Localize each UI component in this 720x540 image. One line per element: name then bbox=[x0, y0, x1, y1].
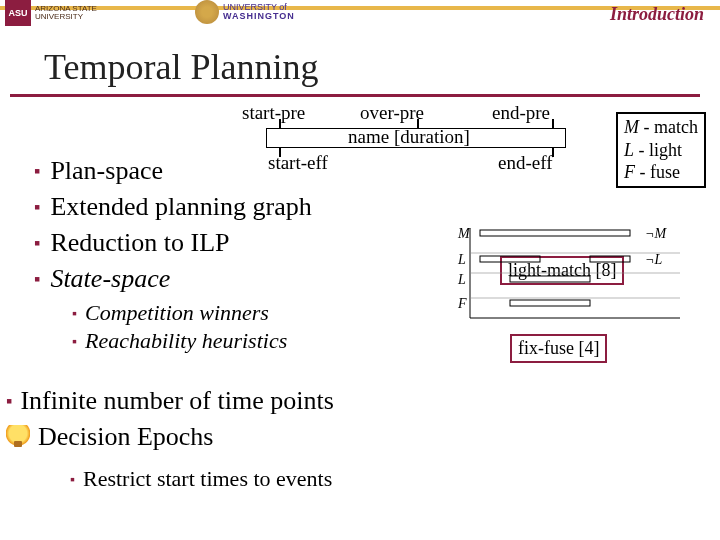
sub-restrict: Restrict start times to events bbox=[70, 466, 332, 492]
legend-f-text: - fuse bbox=[635, 162, 680, 182]
uw-text: UNIVERSITY of WASHINGTON bbox=[223, 3, 295, 21]
diagram-start-pre: start-pre bbox=[242, 102, 305, 124]
svg-rect-5 bbox=[480, 230, 630, 236]
sub-reachability: Reachability heuristics bbox=[72, 328, 312, 354]
asu-line2: UNIVERSITY bbox=[35, 12, 83, 21]
svg-rect-7 bbox=[590, 256, 630, 262]
plot-label-m: M bbox=[457, 226, 471, 241]
legend-l-text: - light bbox=[634, 140, 682, 160]
title-rule bbox=[10, 94, 700, 97]
svg-rect-8 bbox=[510, 276, 590, 282]
diagram-name: name [duration] bbox=[348, 126, 470, 148]
plot-label-notm: ¬M bbox=[645, 226, 667, 241]
header-bar: ASU ARIZONA STATE UNIVERSITY UNIVERSITY … bbox=[0, 0, 720, 36]
legend-l: L bbox=[624, 140, 634, 160]
uw-seal bbox=[195, 0, 219, 24]
logo-uw: UNIVERSITY of WASHINGTON bbox=[195, 0, 295, 24]
main-bullets: Plan-space Extended planning graph Reduc… bbox=[34, 156, 312, 356]
plot-label-f: F bbox=[457, 296, 467, 311]
bullet-extended-planning: Extended planning graph bbox=[34, 192, 312, 222]
plot-label-l: L bbox=[457, 252, 466, 267]
callout-fix-fuse: fix-fuse [4] bbox=[510, 334, 607, 363]
diagram-end-eff: end-eff bbox=[498, 152, 553, 174]
legend-box: M - match L - light F - fuse bbox=[616, 112, 706, 188]
sub-competition: Competition winners bbox=[72, 300, 312, 326]
diagram-over-pre: over-pre bbox=[360, 102, 424, 124]
lightbulb-icon bbox=[6, 425, 30, 449]
asu-badge: ASU bbox=[5, 0, 31, 26]
plot-label-notl: ¬L bbox=[645, 252, 662, 267]
bullet-infinite: ▪ Infinite number of time points bbox=[6, 386, 334, 416]
bullet-plan-space: Plan-space bbox=[34, 156, 312, 186]
lower-bullets: ▪ Infinite number of time points Decisio… bbox=[6, 386, 334, 458]
bullet-reduction-ilp: Reduction to ILP bbox=[34, 228, 312, 258]
bullet-infinite-text: Infinite number of time points bbox=[20, 386, 333, 416]
diagram-end-pre: end-pre bbox=[492, 102, 550, 124]
sub-bullets: Competition winners Reachability heurist… bbox=[72, 300, 312, 354]
logo-asu: ASU ARIZONA STATE UNIVERSITY bbox=[5, 0, 97, 26]
epoch-sub-bullets: Restrict start times to events bbox=[70, 466, 332, 492]
svg-rect-9 bbox=[510, 300, 590, 306]
legend-m: M bbox=[624, 117, 639, 137]
content-area: start-pre over-pre end-pre name [duratio… bbox=[0, 106, 720, 540]
bullet-epochs-text: Decision Epochs bbox=[38, 422, 213, 452]
timeline-plot: M ¬M L ¬L L F bbox=[450, 218, 690, 328]
bullet-epochs: Decision Epochs bbox=[6, 422, 334, 452]
section-label: Introduction bbox=[610, 4, 704, 25]
asu-text: ARIZONA STATE UNIVERSITY bbox=[35, 5, 97, 21]
legend-m-text: - match bbox=[639, 117, 698, 137]
plot-label-l2: L bbox=[457, 272, 466, 287]
uw-line2: WASHINGTON bbox=[223, 11, 295, 21]
bullet-state-space: State-space bbox=[34, 264, 312, 294]
slide-title: Temporal Planning bbox=[44, 46, 318, 88]
svg-rect-6 bbox=[480, 256, 540, 262]
legend-f: F bbox=[624, 162, 635, 182]
